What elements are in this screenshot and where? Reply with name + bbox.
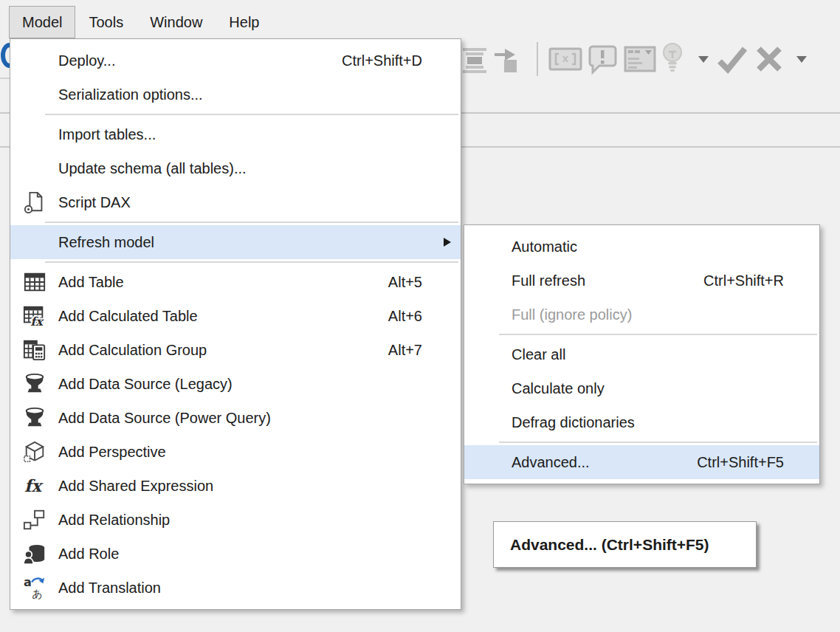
menu-item-label: Script DAX bbox=[58, 194, 131, 211]
toolbar-row-border bbox=[0, 78, 10, 79]
menu-item-update-schema-all-tables[interactable]: Update schema (all tables)... bbox=[10, 151, 461, 185]
toolbar-separator bbox=[537, 42, 538, 76]
menu-item-add-calculated-table[interactable]: fxAdd Calculated TableAlt+6 bbox=[10, 299, 461, 333]
menu-item-label: Automatic bbox=[512, 238, 577, 255]
menubar-item-help[interactable]: Help bbox=[216, 6, 272, 38]
textbox-icon[interactable] bbox=[548, 44, 583, 74]
menu-item-add-table[interactable]: Add TableAlt+5 bbox=[10, 265, 461, 299]
menu-separator bbox=[464, 439, 819, 445]
menu-item-shortcut: Alt+5 bbox=[388, 274, 422, 291]
submenu-item-calculate-only[interactable]: Calculate only bbox=[464, 371, 819, 405]
column-format-icon[interactable] bbox=[461, 43, 489, 75]
data-source-icon bbox=[21, 371, 49, 397]
menu-item-shortcut: Ctrl+Shift+D bbox=[342, 52, 422, 69]
menu-item-add-shared-expression[interactable]: fxAdd Shared Expression bbox=[10, 469, 461, 503]
menu-item-label: Add Table bbox=[58, 274, 124, 291]
menu-item-label: Add Role bbox=[58, 546, 119, 563]
menu-bar: ModelToolsWindowHelp bbox=[0, 0, 840, 38]
menubar-item-tools[interactable]: Tools bbox=[75, 6, 137, 38]
menu-item-label: Add Data Source (Power Query) bbox=[58, 410, 271, 427]
menu-separator bbox=[10, 219, 461, 225]
menu-item-label: Advanced... bbox=[512, 454, 590, 471]
menubar-item-model[interactable]: Model bbox=[9, 6, 75, 38]
menu-item-label: Update schema (all tables)... bbox=[58, 160, 247, 177]
menu-item-label: Refresh model bbox=[58, 234, 154, 251]
menu-item-label: Clear all bbox=[512, 346, 565, 363]
cancel-x-icon[interactable] bbox=[754, 44, 785, 74]
menubar-item-window[interactable]: Window bbox=[137, 6, 216, 38]
submenu-item-full-refresh[interactable]: Full refreshCtrl+Shift+R bbox=[464, 264, 819, 298]
lightbulb-icon[interactable] bbox=[660, 41, 685, 75]
dropdown-caret-icon[interactable] bbox=[795, 55, 808, 63]
menu-item-add-data-source-legacy[interactable]: Add Data Source (Legacy) bbox=[10, 367, 461, 401]
relationship-icon bbox=[21, 506, 49, 533]
menu-item-shortcut: Ctrl+Shift+F5 bbox=[697, 454, 784, 471]
shortcut-tooltip: Advanced... (Ctrl+Shift+F5) bbox=[493, 521, 757, 568]
submenu-item-advanced[interactable]: Advanced...Ctrl+Shift+F5 bbox=[464, 445, 819, 479]
comment-warning-icon[interactable] bbox=[585, 43, 620, 75]
table-icon bbox=[21, 269, 49, 295]
tooltip-text: Advanced... (Ctrl+Shift+F5) bbox=[510, 536, 709, 554]
submenu-item-full-ignore-policy[interactable]: Full (ignore policy) bbox=[464, 298, 819, 332]
menu-item-add-data-source-power-query[interactable]: Add Data Source (Power Query) bbox=[10, 401, 461, 435]
model-menu: Deploy...Ctrl+Shift+DSerialization optio… bbox=[10, 38, 461, 610]
menu-item-label: Add Relationship bbox=[58, 512, 170, 529]
script-dax-icon bbox=[21, 189, 49, 216]
svg-text:fx: fx bbox=[30, 315, 44, 328]
svg-text:fx: fx bbox=[24, 476, 44, 495]
menu-item-label: Defrag dictionaries bbox=[512, 414, 635, 431]
submenu-arrow-icon bbox=[444, 238, 451, 247]
translation-icon: aあ bbox=[21, 574, 49, 601]
form-editor-icon[interactable] bbox=[622, 43, 658, 75]
menu-item-label: Deploy... bbox=[58, 52, 115, 69]
submenu-item-automatic[interactable]: Automatic bbox=[464, 230, 819, 264]
accept-check-icon[interactable] bbox=[716, 44, 748, 74]
menu-item-label: Add Calculated Table bbox=[58, 308, 198, 325]
clipped-blue-toolbar-icon bbox=[0, 41, 10, 72]
menu-item-label: Import tables... bbox=[58, 126, 156, 143]
menu-item-deploy[interactable]: Deploy...Ctrl+Shift+D bbox=[10, 44, 461, 78]
submenu-item-clear-all[interactable]: Clear all bbox=[464, 337, 819, 371]
menu-item-shortcut: Alt+7 bbox=[388, 342, 422, 359]
calculation-group-icon bbox=[21, 337, 49, 363]
menu-item-label: Add Data Source (Legacy) bbox=[58, 376, 233, 393]
data-source-icon bbox=[21, 405, 49, 431]
calculated-table-icon: fx bbox=[21, 303, 49, 329]
svg-text:あ: あ bbox=[32, 588, 42, 600]
menu-item-shortcut: Ctrl+Shift+R bbox=[703, 272, 784, 289]
application-window: ModelToolsWindowHelp Deploy...Ctrl+Shift… bbox=[0, 0, 840, 632]
menu-item-label: Add Shared Expression bbox=[58, 478, 213, 495]
menu-separator bbox=[464, 332, 819, 337]
dropdown-caret-icon[interactable] bbox=[697, 55, 710, 63]
menu-item-add-relationship[interactable]: Add Relationship bbox=[10, 503, 461, 537]
role-icon bbox=[21, 540, 49, 567]
menu-item-label: Calculate only bbox=[512, 380, 605, 397]
menu-item-label: Add Translation bbox=[58, 580, 161, 597]
menu-item-label: Add Perspective bbox=[58, 444, 166, 461]
menu-separator bbox=[10, 259, 461, 265]
menu-item-refresh-model[interactable]: Refresh model bbox=[10, 225, 461, 259]
menu-item-label: Full (ignore policy) bbox=[512, 306, 632, 323]
menu-item-label: Serialization options... bbox=[58, 86, 203, 103]
perspective-cube-icon bbox=[21, 439, 49, 465]
submenu-item-defrag-dictionaries[interactable]: Defrag dictionaries bbox=[464, 405, 819, 439]
svg-text:a: a bbox=[24, 576, 32, 589]
menu-item-label: Add Calculation Group bbox=[58, 342, 207, 359]
goto-definition-icon[interactable] bbox=[492, 43, 521, 75]
menu-item-add-perspective[interactable]: Add Perspective bbox=[10, 435, 461, 469]
menu-item-shortcut: Alt+6 bbox=[388, 308, 422, 325]
menu-item-serialization-options[interactable]: Serialization options... bbox=[10, 78, 461, 111]
menu-item-add-translation[interactable]: aあAdd Translation bbox=[10, 571, 461, 605]
menu-item-script-dax[interactable]: Script DAX bbox=[10, 185, 461, 219]
menu-item-add-calculation-group[interactable]: Add Calculation GroupAlt+7 bbox=[10, 333, 461, 367]
menu-item-add-role[interactable]: Add Role bbox=[10, 537, 461, 571]
menu-separator bbox=[10, 111, 461, 117]
menu-item-import-tables[interactable]: Import tables... bbox=[10, 117, 461, 151]
refresh-model-submenu: AutomaticFull refreshCtrl+Shift+RFull (i… bbox=[464, 224, 820, 484]
fx-icon: fx bbox=[21, 473, 49, 499]
menu-item-label: Full refresh bbox=[512, 272, 585, 289]
